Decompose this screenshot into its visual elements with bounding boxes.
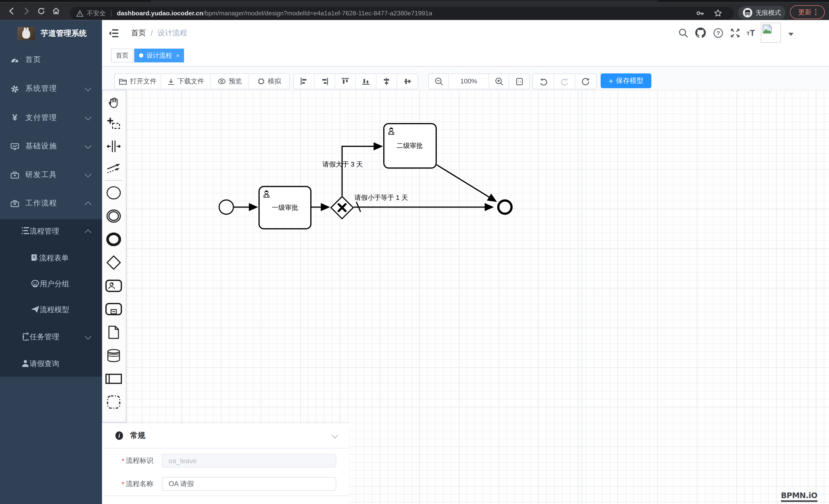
sidebar-item-home[interactable]: 首页 [0,45,102,74]
browser-window: 不安全 dashboard.yudao.iocoder.cn/bpm/manag… [0,0,829,504]
browser-active-tab[interactable] [151,0,658,2]
sidebar-item-label: 系统管理 [25,84,57,93]
fullscreen-icon[interactable] [730,28,740,40]
create-subprocess[interactable] [102,298,125,320]
sidebar-item-workflow[interactable]: 工作流程 [0,189,102,218]
sidebar-item-label: 支付管理 [25,113,57,122]
zoom-in-button[interactable] [489,74,509,89]
security-warning-icon[interactable] [76,10,83,16]
active-tab-dot [139,53,143,58]
update-label: 更新 [798,8,812,16]
font-size-icon[interactable]: TT [747,29,755,38]
end-event[interactable] [498,201,511,214]
process-key-input[interactable] [162,454,336,468]
open-file-button[interactable]: 打开文件 [115,74,161,89]
reload-icon[interactable] [37,7,45,16]
flow-label-gt3[interactable]: 请假大于 3 天 [322,161,363,168]
app-header: 首页 / 设计流程 ? TT 流程模型-设计流程 [102,20,829,46]
browser-tabstrip [0,0,829,2]
align-left-button[interactable] [294,74,315,89]
zoom-out-button[interactable] [429,74,449,89]
tab-home[interactable]: 首页 [111,49,133,63]
sidebar-item-process-model[interactable]: 流程模型 [0,297,102,323]
forward-icon[interactable] [22,7,31,16]
chevron-up-icon [85,229,92,236]
incognito-icon [743,8,752,17]
bookmark-star-icon[interactable] [714,9,722,17]
panel-divider [582,90,582,504]
restart-button[interactable] [575,74,597,89]
general-form: * 流程标识 * 流程名称 [103,449,349,496]
fit-viewport-button[interactable] [509,74,529,89]
sidebar-item-system[interactable]: 系统管理 [0,74,102,103]
process-name-input[interactable] [162,477,336,491]
simulate-button[interactable]: 模拟 [249,74,289,89]
flow-label-le1[interactable]: 请假小于等于 1 天 [354,194,408,201]
create-gateway[interactable] [102,251,125,274]
preview-button[interactable]: 预览 [211,74,249,89]
avatar[interactable] [761,23,781,43]
svg-text:i: i [118,432,120,439]
designer-toolbar: 打开文件 下载文件 预览 模拟 [102,67,829,90]
task-level2-label: 二级审批 [397,142,423,149]
close-tab-icon[interactable]: × [176,52,179,59]
align-bottom-button[interactable] [356,74,376,89]
bpmn-io-logo[interactable]: BPMN.iO [781,492,817,502]
sidebar-item-label: 首页 [25,55,41,65]
create-group[interactable] [102,391,125,413]
align-center-vertical-button[interactable] [397,74,418,89]
search-icon[interactable] [679,28,688,40]
avatar-dropdown-caret[interactable] [788,33,794,36]
flow-task2-to-end[interactable] [437,165,496,201]
form-edit-icon [31,253,39,263]
start-event[interactable] [219,200,233,215]
sidebar-item-label: 流程模型 [40,306,69,315]
sidebar-item-label: 用户分组 [40,279,69,289]
flow-branch-icon [21,332,30,342]
save-model-button[interactable]: + 保存模型 [601,73,651,88]
tab-design-process[interactable]: 设计流程 × [135,49,184,63]
create-data-object[interactable] [102,321,125,344]
align-center-horizontal-button[interactable] [376,74,397,89]
back-icon[interactable] [7,7,16,16]
browser-menu-icon[interactable] [815,9,817,15]
sidebar-item-leave-query[interactable]: 请假查询 [0,351,102,377]
sidebar-item-process-mgmt[interactable]: 流程管理 [0,218,102,244]
sidebar-item-task-mgmt[interactable]: 任务管理 [0,324,102,350]
browser-update-button[interactable]: 更新 [790,5,825,19]
file-button-group: 打开文件 下载文件 预览 模拟 [114,73,290,89]
sidebar: 芋道管理系统 首页 系统管理 ¥ 支付管理 基础设施 [0,20,102,504]
sidebar-item-process-form[interactable]: 流程表单 [0,245,102,271]
github-icon[interactable] [695,27,706,40]
align-button-group [293,73,418,89]
sidebar-item-devtools[interactable]: 研发工具 [0,161,102,189]
sidebar-item-payment[interactable]: ¥ 支付管理 [0,104,102,132]
app-logo-row[interactable]: 芋道管理系统 [0,20,102,46]
sidebar-item-user-group[interactable]: 用户分组 [0,271,102,297]
section-general[interactable]: i 常规 [103,423,349,449]
create-user-task[interactable] [102,275,125,297]
undo-button[interactable] [533,74,554,89]
breadcrumb-home[interactable]: 首页 [131,29,146,38]
section-label: 常规 [130,431,145,440]
redo-button[interactable] [554,74,575,89]
home-icon[interactable] [52,7,60,16]
sidebar-item-infra[interactable]: 基础设施 [0,132,102,161]
key-icon[interactable] [696,9,704,17]
create-data-store[interactable] [102,344,125,366]
help-icon[interactable]: ? [713,28,723,40]
field-process-name: * 流程名称 [103,477,349,491]
history-button-group [533,73,597,89]
bpmn-canvas[interactable]: 一级审批 二级审批 请假大于 3 天 请假小于等于 1 天 i 常规 * [102,90,829,504]
flow-gateway-to-task2[interactable] [342,146,382,196]
section-message-signal[interactable]: 消息与信号 [103,496,349,504]
create-participant[interactable] [102,367,125,390]
download-file-button[interactable]: 下载文件 [161,74,211,89]
breadcrumb: 首页 / 设计流程 [131,28,187,38]
sidebar-fold-icon[interactable] [109,29,118,40]
align-top-button[interactable] [335,74,356,89]
url-bar[interactable]: 不安全 dashboard.yudao.iocoder.cn/bpm/manag… [70,7,734,20]
align-right-button[interactable] [315,74,335,89]
bpmn-diagram[interactable]: 一级审批 二级审批 请假大于 3 天 请假小于等于 1 天 [102,90,578,248]
yen-icon: ¥ [10,114,19,122]
